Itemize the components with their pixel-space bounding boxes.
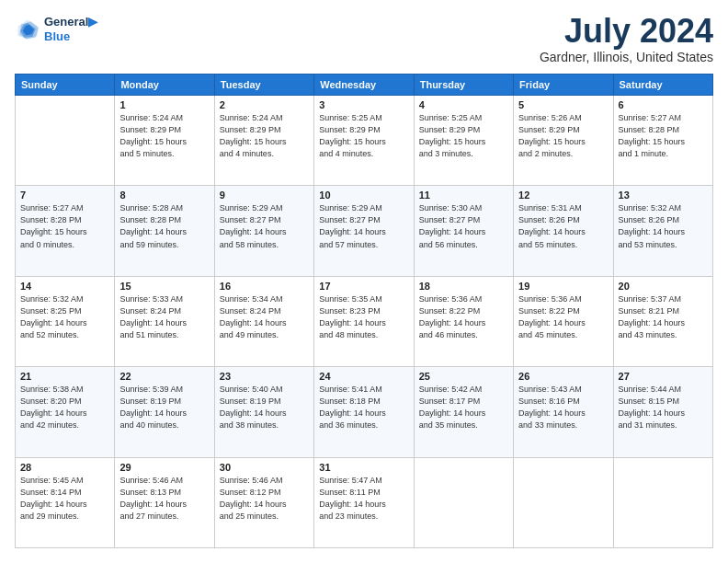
day-info: Sunrise: 5:26 AMSunset: 8:29 PMDaylight:…	[518, 112, 608, 160]
table-row: 30Sunrise: 5:46 AMSunset: 8:12 PMDayligh…	[214, 457, 313, 547]
day-number: 29	[119, 462, 209, 473]
table-row: 28Sunrise: 5:45 AMSunset: 8:14 PMDayligh…	[16, 457, 115, 547]
day-number: 10	[319, 190, 408, 201]
day-info: Sunrise: 5:25 AMSunset: 8:29 PMDaylight:…	[419, 112, 508, 160]
day-info: Sunrise: 5:29 AMSunset: 8:27 PMDaylight:…	[319, 202, 408, 250]
day-info: Sunrise: 5:46 AMSunset: 8:13 PMDaylight:…	[119, 475, 209, 523]
table-row: 21Sunrise: 5:38 AMSunset: 8:20 PMDayligh…	[16, 367, 115, 457]
table-row: 22Sunrise: 5:39 AMSunset: 8:19 PMDayligh…	[115, 367, 214, 457]
table-row: 9Sunrise: 5:29 AMSunset: 8:27 PMDaylight…	[214, 186, 313, 276]
header: General▶ Blue July 2024 Gardner, Illinoi…	[15, 15, 713, 64]
day-info: Sunrise: 5:25 AMSunset: 8:29 PMDaylight:…	[319, 112, 408, 160]
table-row: 6Sunrise: 5:27 AMSunset: 8:28 PMDaylight…	[613, 96, 712, 186]
day-info: Sunrise: 5:24 AMSunset: 8:29 PMDaylight:…	[220, 112, 309, 160]
logo-text: General▶ Blue	[44, 15, 97, 43]
day-info: Sunrise: 5:34 AMSunset: 8:24 PMDaylight:…	[220, 293, 309, 341]
day-info: Sunrise: 5:42 AMSunset: 8:17 PMDaylight:…	[419, 384, 508, 431]
table-row: 24Sunrise: 5:41 AMSunset: 8:18 PMDayligh…	[314, 367, 414, 457]
day-number: 13	[619, 190, 708, 201]
day-number: 3	[319, 99, 408, 110]
day-info: Sunrise: 5:29 AMSunset: 8:27 PMDaylight:…	[220, 202, 309, 250]
table-row: 18Sunrise: 5:36 AMSunset: 8:22 PMDayligh…	[414, 276, 513, 366]
day-number: 1	[119, 99, 209, 110]
table-row: 13Sunrise: 5:32 AMSunset: 8:26 PMDayligh…	[613, 186, 712, 276]
day-info: Sunrise: 5:47 AMSunset: 8:11 PMDaylight:…	[319, 475, 408, 523]
calendar-week-row: 1Sunrise: 5:24 AMSunset: 8:29 PMDaylight…	[16, 96, 713, 186]
calendar-table: Sunday Monday Tuesday Wednesday Thursday…	[15, 74, 713, 548]
day-info: Sunrise: 5:36 AMSunset: 8:22 PMDaylight:…	[518, 293, 608, 341]
col-thursday: Thursday	[414, 75, 513, 96]
day-info: Sunrise: 5:40 AMSunset: 8:19 PMDaylight:…	[220, 384, 309, 431]
table-row	[613, 457, 712, 547]
day-number: 11	[419, 190, 508, 201]
day-info: Sunrise: 5:24 AMSunset: 8:29 PMDaylight:…	[119, 112, 209, 160]
col-friday: Friday	[514, 75, 613, 96]
day-number: 5	[518, 99, 608, 110]
day-info: Sunrise: 5:45 AMSunset: 8:14 PMDaylight:…	[20, 475, 109, 523]
table-row: 5Sunrise: 5:26 AMSunset: 8:29 PMDaylight…	[514, 96, 613, 186]
day-number: 23	[220, 371, 309, 382]
table-row: 25Sunrise: 5:42 AMSunset: 8:17 PMDayligh…	[414, 367, 513, 457]
table-row: 19Sunrise: 5:36 AMSunset: 8:22 PMDayligh…	[514, 276, 613, 366]
day-number: 14	[20, 281, 109, 292]
col-wednesday: Wednesday	[314, 75, 414, 96]
table-row: 29Sunrise: 5:46 AMSunset: 8:13 PMDayligh…	[115, 457, 214, 547]
calendar-week-row: 21Sunrise: 5:38 AMSunset: 8:20 PMDayligh…	[16, 367, 713, 457]
day-number: 16	[220, 281, 309, 292]
table-row: 2Sunrise: 5:24 AMSunset: 8:29 PMDaylight…	[214, 96, 313, 186]
day-number: 31	[319, 462, 408, 473]
day-info: Sunrise: 5:39 AMSunset: 8:19 PMDaylight:…	[119, 384, 209, 431]
day-info: Sunrise: 5:43 AMSunset: 8:16 PMDaylight:…	[518, 384, 608, 431]
location: Gardner, Illinois, United States	[540, 50, 713, 64]
day-info: Sunrise: 5:31 AMSunset: 8:26 PMDaylight:…	[518, 202, 608, 250]
table-row: 20Sunrise: 5:37 AMSunset: 8:21 PMDayligh…	[613, 276, 712, 366]
day-number: 6	[619, 99, 708, 110]
day-info: Sunrise: 5:35 AMSunset: 8:23 PMDaylight:…	[319, 293, 408, 341]
calendar-week-row: 7Sunrise: 5:27 AMSunset: 8:28 PMDaylight…	[16, 186, 713, 276]
calendar-header-row: Sunday Monday Tuesday Wednesday Thursday…	[16, 75, 713, 96]
month-title: July 2024	[540, 15, 713, 48]
calendar-week-row: 14Sunrise: 5:32 AMSunset: 8:25 PMDayligh…	[16, 276, 713, 366]
day-number: 22	[119, 371, 209, 382]
table-row: 3Sunrise: 5:25 AMSunset: 8:29 PMDaylight…	[314, 96, 414, 186]
day-number: 25	[419, 371, 508, 382]
logo: General▶ Blue	[15, 15, 97, 43]
table-row	[414, 457, 513, 547]
table-row	[16, 96, 115, 186]
day-number: 28	[20, 462, 109, 473]
table-row: 4Sunrise: 5:25 AMSunset: 8:29 PMDaylight…	[414, 96, 513, 186]
day-number: 18	[419, 281, 508, 292]
table-row: 23Sunrise: 5:40 AMSunset: 8:19 PMDayligh…	[214, 367, 313, 457]
day-number: 7	[20, 190, 109, 201]
day-number: 20	[619, 281, 708, 292]
day-number: 27	[619, 371, 708, 382]
logo-icon	[15, 17, 40, 42]
table-row: 26Sunrise: 5:43 AMSunset: 8:16 PMDayligh…	[514, 367, 613, 457]
col-saturday: Saturday	[613, 75, 712, 96]
day-info: Sunrise: 5:27 AMSunset: 8:28 PMDaylight:…	[619, 112, 708, 160]
day-number: 2	[220, 99, 309, 110]
day-number: 17	[319, 281, 408, 292]
day-number: 15	[119, 281, 209, 292]
table-row	[514, 457, 613, 547]
day-info: Sunrise: 5:37 AMSunset: 8:21 PMDaylight:…	[619, 293, 708, 341]
day-info: Sunrise: 5:38 AMSunset: 8:20 PMDaylight:…	[20, 384, 109, 431]
table-row: 31Sunrise: 5:47 AMSunset: 8:11 PMDayligh…	[314, 457, 414, 547]
day-number: 21	[20, 371, 109, 382]
day-info: Sunrise: 5:30 AMSunset: 8:27 PMDaylight:…	[419, 202, 508, 250]
col-tuesday: Tuesday	[214, 75, 313, 96]
page: General▶ Blue July 2024 Gardner, Illinoi…	[0, 0, 728, 563]
day-info: Sunrise: 5:33 AMSunset: 8:24 PMDaylight:…	[119, 293, 209, 341]
table-row: 8Sunrise: 5:28 AMSunset: 8:28 PMDaylight…	[115, 186, 214, 276]
table-row: 16Sunrise: 5:34 AMSunset: 8:24 PMDayligh…	[214, 276, 313, 366]
calendar-week-row: 28Sunrise: 5:45 AMSunset: 8:14 PMDayligh…	[16, 457, 713, 547]
day-number: 8	[119, 190, 209, 201]
col-sunday: Sunday	[16, 75, 115, 96]
table-row: 17Sunrise: 5:35 AMSunset: 8:23 PMDayligh…	[314, 276, 414, 366]
table-row: 12Sunrise: 5:31 AMSunset: 8:26 PMDayligh…	[514, 186, 613, 276]
table-row: 1Sunrise: 5:24 AMSunset: 8:29 PMDaylight…	[115, 96, 214, 186]
day-info: Sunrise: 5:41 AMSunset: 8:18 PMDaylight:…	[319, 384, 408, 431]
table-row: 14Sunrise: 5:32 AMSunset: 8:25 PMDayligh…	[16, 276, 115, 366]
day-number: 12	[518, 190, 608, 201]
table-row: 27Sunrise: 5:44 AMSunset: 8:15 PMDayligh…	[613, 367, 712, 457]
